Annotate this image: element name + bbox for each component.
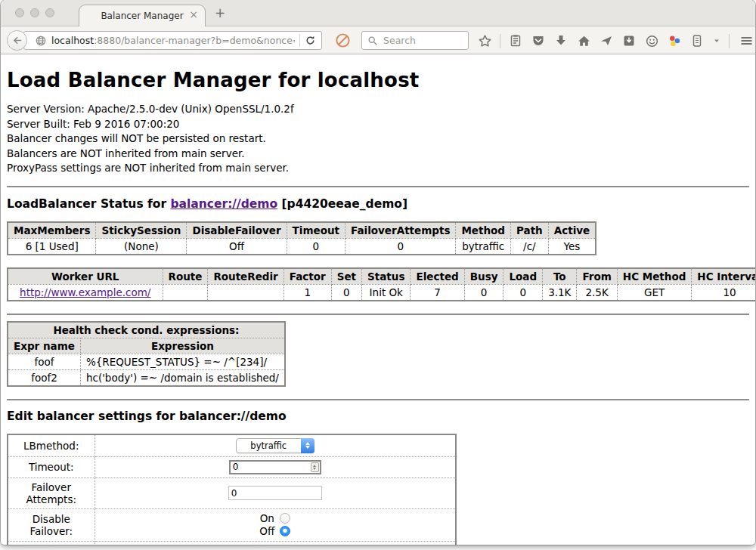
table-header-row: Worker URL Route RouteRedir Factor Set S… [8,268,755,285]
table-cell: 0 [464,284,503,301]
table-header-cell: Elected [411,268,464,285]
timeout-label: Timeout: [8,456,94,477]
table-cell: GET [617,284,692,301]
tab-close-icon[interactable]: × [189,9,198,20]
extension-colored-dots-icon[interactable] [667,32,682,50]
search-bar[interactable] [361,31,469,50]
table-cell: bytraffic [456,238,511,255]
menu-hamburger-icon[interactable] [737,32,755,50]
content-blocker-icon[interactable] [335,32,351,48]
disable-failover-on-radio[interactable] [280,513,290,524]
disable-failover-off-radio[interactable] [280,526,290,536]
worker-url-link[interactable]: http://www.example.com/ [20,286,150,298]
toolbar-divider [500,34,500,48]
table-row: 6 [1 Used] (None) Off 0 0 bytraffic /c/ … [8,238,596,255]
worker-status-table: Worker URL Route RouteRedir Factor Set S… [7,267,755,301]
table-header-cell: MaxMembers [8,222,96,239]
table-row: foof2 hc('body') =~ /domain is establish… [8,369,285,386]
send-tab-icon[interactable] [599,32,614,50]
browser-window: Balancer Manager × + localhost:8880/bala… [1,0,755,545]
table-cell: 0 [503,284,543,301]
reading-list-icon[interactable] [508,32,523,50]
feedback-smiley-icon[interactable] [644,32,659,50]
table-header-cell: HC Interval [692,268,755,285]
server-info-line: Balancers are NOT inherited from main se… [7,147,749,162]
globe-icon [35,35,47,47]
balancer-status-table: MaxMembers StickySession DisableFailover… [7,221,596,255]
url-bar[interactable]: localhost:8880/balancer-manager?b=demo&n… [23,31,322,50]
lbmethod-select[interactable]: bytraffic [236,438,314,453]
table-cell: 7 [411,284,464,301]
table-header-cell: Status [362,268,411,285]
table-cell: (None) [96,238,187,255]
navigation-toolbar: localhost:8880/balancer-manager?b=demo&n… [1,26,755,54]
status-heading-prefix: LoadBalancer Status for [7,197,170,211]
table-cell: 0 [345,238,456,255]
section-divider [7,186,749,187]
tab-balancer-manager[interactable]: Balancer Manager × [79,5,206,26]
url-divider [299,34,300,47]
balancer-settings-form: LBmethod: bytraffic Timeout: Failover At… [7,434,457,545]
table-cell: 6 [1 Used] [8,238,96,255]
section-divider [7,399,749,400]
downloads-icon[interactable] [553,32,569,50]
home-icon[interactable] [576,32,591,50]
timeout-input[interactable] [229,460,321,474]
table-cell: %{REQUEST_STATUS} =~ /^[234]/ [80,354,285,369]
table-header-cell: Active [548,222,596,239]
server-info: Server Version: Apache/2.5.0-dev (Unix) … [7,102,749,176]
save-to-device-icon[interactable] [621,32,637,50]
table-row: foof %{REQUEST_STATUS} =~ /^[234]/ [8,354,285,369]
page-title: Load Balancer Manager for localhost [7,69,749,91]
table-cell: 2.5K [577,284,617,301]
new-tab-button[interactable]: + [215,5,225,20]
search-input[interactable] [382,34,463,47]
window-close-button[interactable] [15,8,24,17]
tab-bar: Balancer Manager × + [1,0,755,26]
radio-on-label: On [260,512,274,524]
section-divider [7,314,749,315]
table-cell: 0 [287,238,345,255]
toolbar-icons [477,26,755,55]
radio-off-label: Off [259,525,274,537]
toolbar-divider [729,34,730,48]
balancer-demo-link[interactable]: balancer://demo [170,197,277,211]
failover-attempts-input[interactable] [228,486,322,500]
chevron-down-icon[interactable] [712,32,721,50]
table-header-row: Expr name Expression [8,338,285,354]
table-header-cell: To [543,268,577,285]
edit-balancer-heading: Edit balancer settings for balancer://de… [7,409,749,423]
tab-title: Balancer Manager [101,11,183,21]
container-icon[interactable] [689,32,705,50]
table-cell: 0 [331,284,361,301]
window-zoom-button[interactable] [45,8,54,17]
sticky-session-label: Sticky Session: [8,541,94,545]
server-info-line: ProxyPass settings are NOT inherited fro… [7,161,749,176]
table-cell: Init Ok [362,284,411,301]
table-header-cell: Set [331,268,361,285]
form-row-disable-failover: Disable Failover: On Off [8,508,456,541]
server-info-line: Server Built: Feb 9 2016 07:00:20 [7,117,749,132]
select-stepper-icon [301,438,314,453]
table-header-cell: Worker URL [8,268,163,285]
table-header-cell: Busy [464,268,503,285]
bookmark-star-icon[interactable] [477,32,492,50]
back-button[interactable] [7,30,27,51]
number-spinner-icon[interactable] [311,462,319,472]
window-minimize-button[interactable] [30,8,39,17]
server-info-line: Balancer changes will NOT be persisted o… [7,131,749,147]
url-path: :8880/balancer-manager?b=demo&nonce=decc… [94,35,295,46]
table-cell: foof [8,354,80,369]
status-heading-suffix: [p4420eeae_demo] [277,197,407,211]
table-cell: Yes [548,238,596,255]
table-header-cell: Factor [284,268,331,285]
url-host: localhost [51,35,94,46]
table-cell: http://www.example.com/ [8,284,163,301]
lbmethod-selected-value: bytraffic [250,440,287,451]
pocket-icon[interactable] [531,32,546,50]
table-header-cell: RouteRedir [208,268,284,285]
reload-button[interactable] [305,35,316,46]
table-header-row: Health check cond. expressions: [8,322,285,338]
form-row-sticky-session: Sticky Session: (Use '-' to delete) [8,541,456,545]
table-cell: hc('body') =~ /domain is established/ [80,369,285,386]
